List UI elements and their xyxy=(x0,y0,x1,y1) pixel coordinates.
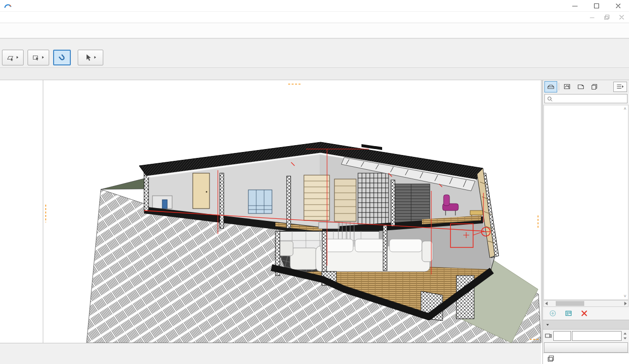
arrow-tool-button[interactable] xyxy=(78,50,103,65)
quick-options-bar xyxy=(0,343,541,355)
add-viewpoint-button[interactable] xyxy=(549,309,557,317)
menu-bar xyxy=(0,12,629,23)
minimize-button[interactable] xyxy=(564,0,586,11)
layout-book-button[interactable] xyxy=(575,82,587,92)
properties-header[interactable] xyxy=(543,320,629,330)
windows-stack-icon xyxy=(547,355,555,363)
arrow-cursor-icon xyxy=(84,54,92,61)
navigator-menu-button[interactable] xyxy=(613,82,627,92)
close-button[interactable] xyxy=(607,0,629,11)
pan-polygon-tool-button[interactable] xyxy=(2,50,24,65)
doc-restore-button[interactable] xyxy=(599,13,614,21)
status-bar xyxy=(0,355,541,364)
tab-bar xyxy=(0,68,629,80)
search-icon xyxy=(547,96,553,102)
scrollbar-thumb[interactable] xyxy=(556,301,584,306)
pan-polygon-icon xyxy=(6,54,14,61)
delete-button[interactable] xyxy=(580,309,588,317)
3d-section-scene xyxy=(43,80,541,343)
viewpoint-type-icon xyxy=(544,332,552,340)
dropdown-arrow-icon xyxy=(41,56,45,59)
toolbox-panel xyxy=(0,80,43,343)
publisher-button[interactable] xyxy=(589,82,600,92)
archicad-logo-icon xyxy=(4,2,12,10)
main-palette xyxy=(0,47,629,68)
scroll-up-icon[interactable]: ˄ xyxy=(623,106,628,111)
marquee-cursor-icon xyxy=(32,54,40,61)
magnet-icon xyxy=(58,54,66,61)
tree-search-input[interactable] xyxy=(544,94,628,103)
settings-button[interactable] xyxy=(544,342,628,353)
viewpoint-settings-button[interactable] xyxy=(565,309,572,317)
field-scroll-icon[interactable] xyxy=(623,332,628,340)
maximize-button[interactable] xyxy=(586,0,607,11)
graphisoft-id-bar[interactable] xyxy=(543,353,629,364)
dropdown-arrow-icon xyxy=(16,56,19,59)
info-box-label xyxy=(0,38,629,47)
collapse-arrow-icon xyxy=(546,323,549,327)
title-bar xyxy=(0,0,629,12)
canvas-3d-view[interactable] xyxy=(43,80,541,343)
scroll-left-icon[interactable] xyxy=(544,301,549,306)
viewpoint-id-field[interactable] xyxy=(553,331,571,341)
main-toolbar xyxy=(0,23,629,38)
marquee-select-tool-button[interactable] xyxy=(28,50,49,65)
project-map-button[interactable] xyxy=(545,82,557,92)
scroll-down-icon[interactable]: ˅ xyxy=(623,294,628,299)
viewpoint-name-field[interactable] xyxy=(572,331,622,341)
doc-close-button[interactable] xyxy=(614,13,629,21)
scroll-right-icon[interactable] xyxy=(623,301,628,306)
project-tree: ˄ ˅ xyxy=(543,105,629,300)
doc-minimize-button[interactable] xyxy=(585,13,599,21)
magnet-snap-button[interactable] xyxy=(53,50,71,65)
navigator-panel: ˄ ˅ xyxy=(542,80,629,364)
view-map-button[interactable] xyxy=(561,82,573,92)
tree-horizontal-scrollbar[interactable] xyxy=(543,300,629,307)
dropdown-arrow-icon xyxy=(93,56,97,59)
